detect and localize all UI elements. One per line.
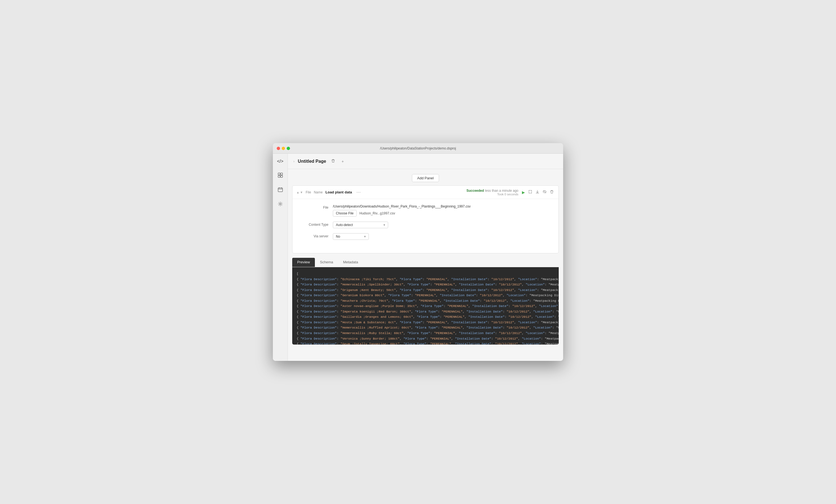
- json-line: { "Flora Description": "Gaillardia ;Oran…: [297, 314, 554, 320]
- app-window: /Users/philipeaton/DataStationProjects/d…: [273, 143, 563, 361]
- panel-actions: ▶: [521, 189, 555, 195]
- sidebar-item-code[interactable]: </>: [276, 157, 285, 166]
- sidebar-item-grid[interactable]: [276, 171, 285, 180]
- delete-panel-button[interactable]: [549, 189, 555, 195]
- preview-pane: [ { "Flora Description": "Echinacea ;Tik…: [292, 267, 559, 345]
- json-line: { "Flora Description": "Echinacea ;Tiki …: [297, 277, 554, 282]
- status-time: less than a minute ago: [485, 189, 518, 193]
- json-line: { "Flora Description": "Geranium biokora…: [297, 293, 554, 298]
- panel-type: File: [306, 190, 311, 194]
- panel-header: ▲ ▼ File Name Load plant data ⋯ Succeede…: [292, 186, 558, 199]
- maximize-button[interactable]: [287, 147, 290, 150]
- content-type-value: Auto-detect: [336, 223, 353, 227]
- svg-rect-2: [278, 175, 280, 177]
- via-server-select[interactable]: No ▾: [333, 233, 369, 240]
- panel-nav-arrows: ▲ ▼: [296, 191, 303, 194]
- code-icon: </>: [277, 159, 283, 164]
- json-line: [: [297, 271, 554, 277]
- status-took: Took 0 seconds: [497, 193, 518, 196]
- svg-rect-0: [278, 173, 280, 175]
- json-line: { "Flora Description": "Hemerocallis ;Ru…: [297, 330, 554, 336]
- panel-menu-button[interactable]: ⋯: [355, 189, 362, 195]
- status-area: Succeeded less than a minute ago Took 0 …: [467, 189, 518, 196]
- content-type-select[interactable]: Auto-detect ▾: [333, 221, 388, 228]
- window-title: /Users/philipeaton/DataStationProjects/d…: [380, 147, 456, 150]
- arrow-up-icon[interactable]: ▲: [296, 191, 299, 194]
- titlebar: /Users/philipeaton/DataStationProjects/d…: [273, 143, 563, 154]
- json-line: { "Flora Description": "Veronica ;Sunny …: [297, 336, 554, 342]
- json-line: { "Flora Description": "Hemerocallis ;Ru…: [297, 325, 554, 330]
- tab-metadata[interactable]: Metadata: [338, 258, 363, 267]
- hide-button[interactable]: [542, 189, 547, 195]
- file-label: File: [301, 205, 328, 210]
- via-server-label: Via server: [301, 233, 328, 238]
- chevron-down-icon-2: ▾: [364, 235, 366, 238]
- content-type-label: Content Type: [301, 221, 328, 227]
- status-line: Succeeded less than a minute ago: [467, 189, 518, 193]
- choose-file-button[interactable]: Choose File: [333, 210, 357, 217]
- main-content: › Untitled Page + Add Panel ▲: [288, 154, 563, 361]
- panel-body: File /Users/philipeaton/Downloads/Hudson…: [292, 199, 558, 253]
- file-row: File /Users/philipeaton/Downloads/Hudson…: [301, 205, 550, 217]
- sidebar: </>: [273, 154, 288, 361]
- via-server-row: Via server No ▾: [301, 233, 550, 240]
- tab-preview[interactable]: Preview: [292, 258, 315, 267]
- panel-header-right: Succeeded less than a minute ago Took 0 …: [467, 189, 555, 196]
- minimize-button[interactable]: [282, 147, 285, 150]
- preview-tabs: Preview Schema Metadata: [292, 258, 559, 267]
- sidebar-item-settings[interactable]: [276, 200, 285, 209]
- via-server-value: No: [336, 235, 340, 238]
- svg-point-8: [280, 203, 281, 205]
- close-button[interactable]: [277, 147, 280, 150]
- add-page-button[interactable]: +: [340, 158, 346, 164]
- add-panel-area: Add Panel: [288, 169, 563, 186]
- calendar-icon: [278, 187, 283, 193]
- delete-page-button[interactable]: [329, 158, 337, 164]
- download-button[interactable]: [535, 189, 540, 195]
- app-body: </>: [273, 154, 563, 361]
- panel-name-label: Name: [314, 190, 323, 194]
- svg-rect-1: [281, 173, 283, 175]
- tab-schema[interactable]: Schema: [315, 258, 338, 267]
- json-line: { "Flora Description": "Imperata koenigi…: [297, 309, 554, 314]
- panel: ▲ ▼ File Name Load plant data ⋯ Succeede…: [292, 186, 559, 253]
- file-display-name: Hudson_Riv...g1997.csv: [359, 211, 395, 215]
- page-title: Untitled Page: [298, 159, 326, 164]
- file-input-row: Choose File Hudson_Riv...g1997.csv: [333, 210, 550, 217]
- traffic-lights: [277, 147, 290, 150]
- sidebar-item-calendar[interactable]: [276, 186, 285, 195]
- json-line: { "Flora Description": "Aster novae-angl…: [297, 304, 554, 309]
- gear-icon: [278, 201, 283, 208]
- svg-rect-3: [281, 175, 283, 177]
- json-line: { "Flora Description": "Heuchera ;Christ…: [297, 298, 554, 304]
- status-succeeded: Succeeded: [467, 189, 484, 193]
- json-line: { "Flora Description": "Hosta ;Sum & Sub…: [297, 320, 554, 325]
- add-panel-button[interactable]: Add Panel: [412, 174, 439, 182]
- content-type-row: Content Type Auto-detect ▾: [301, 221, 550, 228]
- file-path: /Users/philipeaton/Downloads/Hudson_Rive…: [333, 205, 550, 208]
- json-line: { "Flora Description": "Origanum ;Kent B…: [297, 287, 554, 293]
- json-line: { "Flora Description": "Hemerocallis ;Sp…: [297, 282, 554, 287]
- page-header: › Untitled Page +: [288, 154, 563, 169]
- nav-chevron-right[interactable]: ›: [293, 159, 294, 163]
- json-line: { "Flora Description": "Geum ;Totally Ta…: [297, 341, 554, 345]
- svg-rect-4: [278, 188, 283, 192]
- expand-button[interactable]: [528, 189, 533, 195]
- run-button[interactable]: ▶: [521, 189, 526, 195]
- arrow-down-icon[interactable]: ▼: [300, 191, 303, 194]
- panel-name[interactable]: Load plant data: [325, 190, 352, 194]
- grid-icon: [278, 173, 283, 179]
- chevron-down-icon: ▾: [383, 223, 385, 227]
